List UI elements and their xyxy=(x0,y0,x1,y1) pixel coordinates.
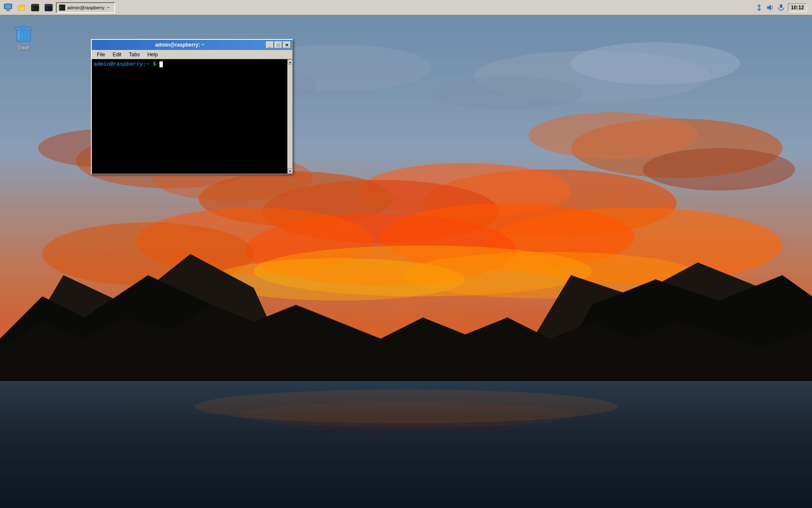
terminal-body[interactable]: admin@raspberry:~ $ ▲ ▼ xyxy=(92,59,292,174)
svg-point-9 xyxy=(643,148,795,190)
svg-point-8 xyxy=(529,112,698,159)
taskbar-system-icon-1[interactable] xyxy=(2,2,14,14)
svg-rect-41 xyxy=(5,4,11,8)
desktop: >_ >_ >_ admin@raspberry: ~ xyxy=(0,0,812,508)
terminal-cursor xyxy=(159,61,163,67)
volume-icon[interactable] xyxy=(766,3,774,12)
terminal-content: admin@raspberry:~ $ xyxy=(92,59,292,69)
svg-point-4 xyxy=(431,76,584,110)
window-controls: _ □ ✕ xyxy=(266,41,291,48)
svg-point-3 xyxy=(571,42,740,85)
terminal-window: admin@raspberry: ~ _ □ ✕ File Edit Tabs … xyxy=(91,39,293,174)
svg-rect-43 xyxy=(6,10,10,11)
terminal-title: admin@raspberry: ~ xyxy=(93,42,266,48)
svg-text:>_: >_ xyxy=(46,6,49,9)
svg-rect-44 xyxy=(18,6,25,10)
menu-file[interactable]: File xyxy=(93,51,108,58)
network-icon[interactable] xyxy=(755,3,763,12)
menu-help[interactable]: Help xyxy=(144,51,161,58)
minimize-button[interactable]: _ xyxy=(266,41,274,48)
scroll-up-button[interactable]: ▲ xyxy=(288,59,292,64)
terminal-prompt-symbol: $ xyxy=(153,61,159,67)
taskbar-right: 10:12 xyxy=(755,3,810,12)
taskbar-terminal-icon-2[interactable]: >_ xyxy=(42,2,55,14)
trash-icon[interactable]: Trash xyxy=(8,21,39,52)
svg-marker-54 xyxy=(767,5,771,11)
scrollbar-track xyxy=(288,64,292,168)
taskbar-terminal-icon[interactable]: >_ xyxy=(29,2,41,14)
system-clock: 10:12 xyxy=(788,3,807,12)
scroll-down-button[interactable]: ▼ xyxy=(288,168,292,174)
menu-edit[interactable]: Edit xyxy=(109,51,125,58)
svg-point-33 xyxy=(279,413,533,434)
terminal-menubar: File Edit Tabs Help xyxy=(92,50,292,59)
svg-text:>_: >_ xyxy=(33,6,36,9)
close-button[interactable]: ✕ xyxy=(283,41,291,48)
maximize-button[interactable]: □ xyxy=(274,41,282,48)
trash-icon-image xyxy=(14,23,34,43)
svg-rect-46 xyxy=(32,4,38,6)
svg-rect-55 xyxy=(780,4,782,8)
svg-rect-59 xyxy=(21,26,26,28)
svg-rect-49 xyxy=(45,4,52,6)
taskbar: >_ >_ >_ admin@raspberry: ~ xyxy=(0,0,812,15)
taskbar-app-button[interactable]: >_ admin@raspberry: ~ xyxy=(56,2,115,13)
microphone-icon[interactable] xyxy=(777,3,785,12)
trash-label: Trash xyxy=(17,45,30,51)
taskbar-folder-icon[interactable] xyxy=(15,2,28,14)
app-button-label: admin@raspberry: ~ xyxy=(67,5,110,10)
menu-tabs[interactable]: Tabs xyxy=(126,51,143,58)
terminal-prompt: admin@raspberry:~ xyxy=(93,61,150,67)
svg-rect-63 xyxy=(18,30,19,39)
taskbar-left: >_ >_ >_ admin@raspberry: ~ xyxy=(2,2,755,14)
svg-rect-42 xyxy=(7,9,9,10)
terminal-scrollbar[interactable]: ▲ ▼ xyxy=(287,59,292,174)
svg-text:>_: >_ xyxy=(60,6,64,10)
terminal-titlebar[interactable]: admin@raspberry: ~ _ □ ✕ xyxy=(92,40,292,50)
